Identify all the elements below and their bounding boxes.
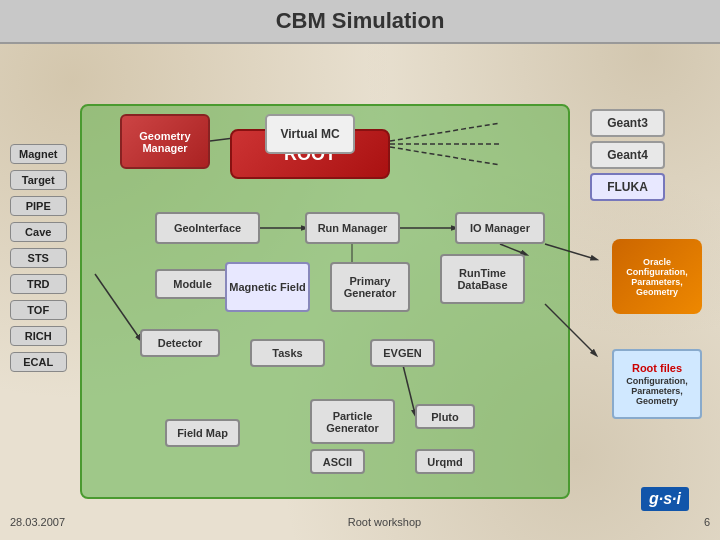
- footer-page: 6: [704, 516, 710, 528]
- oracle-label: Oracle Configuration, Parameters, Geomet…: [616, 257, 698, 297]
- io-manager-box[interactable]: IO Manager: [455, 212, 545, 244]
- field-map-label: Field Map: [177, 427, 228, 439]
- content-area: Magnet Target PIPE Cave STS TRD TOF RICH…: [0, 44, 720, 536]
- sidebar-magnet: Magnet: [10, 144, 67, 164]
- root-files-title: Root files: [632, 362, 682, 374]
- module-label: Module: [173, 278, 212, 290]
- primary-generator-label: Primary Generator: [332, 275, 408, 299]
- sidebar-sts: STS: [10, 248, 67, 268]
- magnetic-field-box[interactable]: Magnetic Field: [225, 262, 310, 312]
- pluto-box[interactable]: Pluto: [415, 404, 475, 429]
- tasks-label: Tasks: [272, 347, 302, 359]
- footer: 28.03.2007 Root workshop 6: [10, 516, 710, 528]
- urqmd-label: Urqmd: [427, 456, 462, 468]
- geant3-label: Geant3: [607, 116, 648, 130]
- root-files-box: Root files Configuration, Parameters, Ge…: [612, 349, 702, 419]
- evgen-label: EVGEN: [383, 347, 422, 359]
- run-manager-box[interactable]: Run Manager: [305, 212, 400, 244]
- magnetic-field-label: Magnetic Field: [229, 281, 305, 293]
- io-manager-label: IO Manager: [470, 222, 530, 234]
- fluka-box[interactable]: FLUKA: [590, 173, 665, 201]
- sidebar-trd: TRD: [10, 274, 67, 294]
- oracle-db-box: Oracle Configuration, Parameters, Geomet…: [612, 239, 702, 314]
- sidebar-detector-list: Magnet Target PIPE Cave STS TRD TOF RICH…: [10, 144, 67, 372]
- detector-label: Detector: [158, 337, 203, 349]
- gsi-logo: g·s·i: [625, 481, 705, 516]
- sidebar-pipe: PIPE: [10, 196, 67, 216]
- evgen-box[interactable]: EVGEN: [370, 339, 435, 367]
- root-files-desc: Configuration, Parameters, Geometry: [618, 376, 696, 406]
- detector-box[interactable]: Detector: [140, 329, 220, 357]
- runtime-db-label: RunTime DataBase: [442, 267, 523, 291]
- runtime-db-box[interactable]: RunTime DataBase: [440, 254, 525, 304]
- gsi-logo-text: g·s·i: [641, 487, 689, 511]
- slide-title: CBM Simulation: [0, 0, 720, 44]
- sidebar-ecal: ECAL: [10, 352, 67, 372]
- run-manager-label: Run Manager: [318, 222, 388, 234]
- sidebar-tof: TOF: [10, 300, 67, 320]
- module-box[interactable]: Module: [155, 269, 230, 299]
- field-map-box[interactable]: Field Map: [165, 419, 240, 447]
- geometry-manager-box[interactable]: Geometry Manager: [120, 114, 210, 169]
- particle-generator-box[interactable]: Particle Generator: [310, 399, 395, 444]
- sidebar-cave: Cave: [10, 222, 67, 242]
- geo-interface-box[interactable]: GeoInterface: [155, 212, 260, 244]
- ascii-label: ASCII: [323, 456, 352, 468]
- footer-date: 28.03.2007: [10, 516, 65, 528]
- primary-generator-box[interactable]: Primary Generator: [330, 262, 410, 312]
- virtual-mc-box[interactable]: Virtual MC: [265, 114, 355, 154]
- geant3-box[interactable]: Geant3: [590, 109, 665, 137]
- physics-engines: Geant3 Geant4 FLUKA: [590, 109, 665, 201]
- slide-container: CBM Simulation: [0, 0, 720, 540]
- particle-generator-label: Particle Generator: [312, 410, 393, 434]
- geant4-box[interactable]: Geant4: [590, 141, 665, 169]
- pluto-label: Pluto: [431, 411, 459, 423]
- ascii-box[interactable]: ASCII: [310, 449, 365, 474]
- geant4-label: Geant4: [607, 148, 648, 162]
- sidebar-target: Target: [10, 170, 67, 190]
- virtual-mc-label: Virtual MC: [280, 127, 339, 141]
- urqmd-box[interactable]: Urqmd: [415, 449, 475, 474]
- sidebar-rich: RICH: [10, 326, 67, 346]
- geometry-manager-label: Geometry Manager: [122, 130, 208, 154]
- fluka-label: FLUKA: [607, 180, 648, 194]
- footer-event: Root workshop: [348, 516, 421, 528]
- geo-interface-label: GeoInterface: [174, 222, 241, 234]
- tasks-box[interactable]: Tasks: [250, 339, 325, 367]
